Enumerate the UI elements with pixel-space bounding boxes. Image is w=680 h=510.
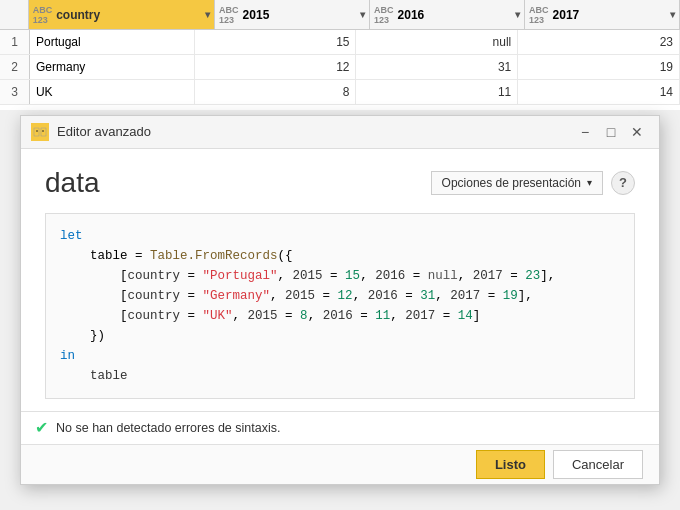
close-button[interactable]: ✕ — [625, 120, 649, 144]
svg-rect-1 — [41, 128, 46, 136]
cell-2015-3: 8 — [195, 80, 357, 104]
row-num-header — [0, 0, 29, 29]
cell-2016-2: 31 — [356, 55, 518, 79]
restore-button[interactable]: □ — [599, 120, 623, 144]
table-row: 2 Germany 12 31 19 — [0, 55, 680, 80]
status-bar: ✔ No se han detectado errores de sintaxi… — [21, 411, 659, 444]
done-button[interactable]: Listo — [476, 450, 545, 479]
dialog-footer: Listo Cancelar — [21, 444, 659, 484]
editor-icon — [31, 123, 49, 141]
advanced-editor-dialog: Editor avanzado − □ ✕ data Opciones de p… — [20, 115, 660, 485]
col-label-country: country — [56, 8, 203, 22]
table-row: 1 Portugal 15 null 23 — [0, 30, 680, 55]
cell-2017-1: 23 — [518, 30, 680, 54]
help-button[interactable]: ? — [611, 171, 635, 195]
cell-country-1: Portugal — [30, 30, 195, 54]
table-body: 1 Portugal 15 null 23 2 Germany 12 31 19… — [0, 30, 680, 105]
options-button-label: Opciones de presentación — [442, 176, 581, 190]
options-button[interactable]: Opciones de presentación ▾ — [431, 171, 603, 195]
type-badge-2016: ABC123 — [374, 5, 394, 25]
cell-country-2: Germany — [30, 55, 195, 79]
query-name-row: data Opciones de presentación ▾ ? — [45, 167, 635, 199]
cell-country-3: UK — [30, 80, 195, 104]
dialog-body: data Opciones de presentación ▾ ? let ta… — [21, 149, 659, 411]
col-label-2017: 2017 — [553, 8, 668, 22]
dialog-titlebar: Editor avanzado − □ ✕ — [21, 116, 659, 149]
col-dropdown-2015[interactable]: ▾ — [360, 9, 365, 20]
cell-2016-3: 11 — [356, 80, 518, 104]
col-label-2015: 2015 — [243, 8, 358, 22]
cell-2015-2: 12 — [195, 55, 357, 79]
row-num-1: 1 — [0, 30, 30, 54]
col-dropdown-2017[interactable]: ▾ — [670, 9, 675, 20]
col-dropdown-country[interactable]: ▾ — [205, 9, 210, 20]
cancel-button[interactable]: Cancelar — [553, 450, 643, 479]
check-icon: ✔ — [35, 418, 48, 437]
col-header-2017[interactable]: ABC123 2017 ▾ — [525, 0, 680, 29]
cell-2017-2: 19 — [518, 55, 680, 79]
status-text: No se han detectado errores de sintaxis. — [56, 421, 280, 435]
cell-2016-1: null — [356, 30, 518, 54]
col-header-2016[interactable]: ABC123 2016 ▾ — [370, 0, 525, 29]
svg-rect-0 — [34, 128, 39, 136]
col-dropdown-2016[interactable]: ▾ — [515, 9, 520, 20]
options-row: Opciones de presentación ▾ ? — [431, 171, 635, 195]
type-badge-2017: ABC123 — [529, 5, 549, 25]
data-table: ABC123 country ▾ ABC123 2015 ▾ ABC123 20… — [0, 0, 680, 110]
cell-2015-1: 15 — [195, 30, 357, 54]
options-dropdown-arrow: ▾ — [587, 177, 592, 188]
query-name: data — [45, 167, 100, 199]
row-num-3: 3 — [0, 80, 30, 104]
code-editor[interactable]: let table = Table.FromRecords({ [country… — [45, 213, 635, 399]
minimize-button[interactable]: − — [573, 120, 597, 144]
row-num-2: 2 — [0, 55, 30, 79]
col-header-country[interactable]: ABC123 country ▾ — [29, 0, 215, 29]
table-row: 3 UK 8 11 14 — [0, 80, 680, 105]
type-badge-country: ABC123 — [33, 5, 53, 25]
table-header: ABC123 country ▾ ABC123 2015 ▾ ABC123 20… — [0, 0, 680, 30]
col-label-2016: 2016 — [398, 8, 513, 22]
col-header-2015[interactable]: ABC123 2015 ▾ — [215, 0, 370, 29]
cell-2017-3: 14 — [518, 80, 680, 104]
type-badge-2015: ABC123 — [219, 5, 239, 25]
dialog-title: Editor avanzado — [57, 124, 571, 139]
